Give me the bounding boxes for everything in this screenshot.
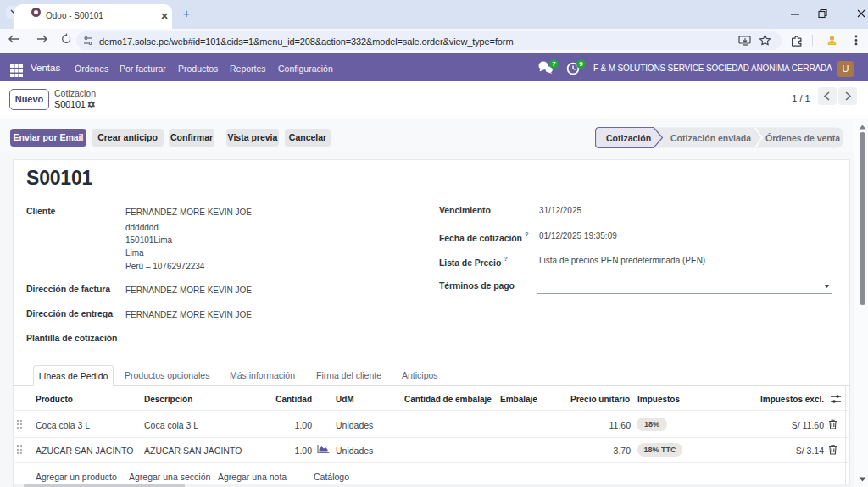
svg-text:Cotización: Cotización: [606, 133, 651, 143]
svg-text:Cotización enviada: Cotización enviada: [670, 133, 751, 143]
svg-text:Órdenes de venta: Órdenes de venta: [765, 133, 840, 143]
